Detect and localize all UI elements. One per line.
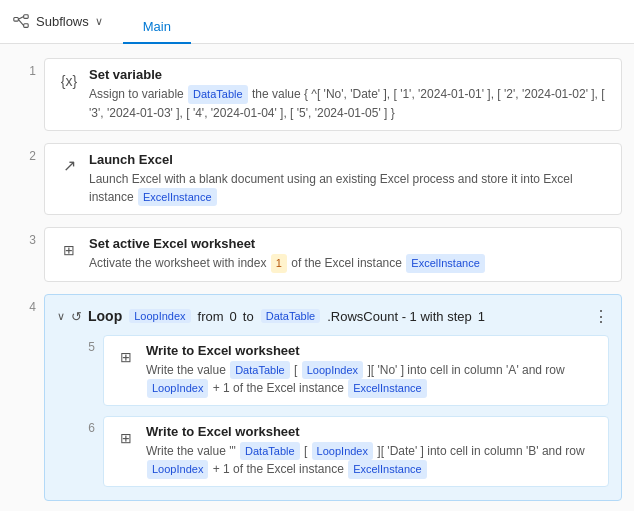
loop-step-row-6: 6 ⊞ Write to Excel worksheet Write the v… [45, 411, 621, 492]
set-variable-icon: {x} [57, 69, 81, 93]
step-row-2: 2 ↗ Launch Excel Launch Excel with a bla… [0, 137, 634, 222]
subflows-label: Subflows [36, 14, 89, 29]
badge-loopindex-5b: LoopIndex [147, 379, 208, 398]
badge-excel-instance-3: ExcelInstance [406, 254, 484, 273]
step-row-3: 3 ⊞ Set active Excel worksheet Activate … [0, 221, 634, 288]
badge-index-3: 1 [271, 254, 287, 273]
loop-step-text-5: Write to Excel worksheet Write the value… [146, 343, 598, 398]
loop-step-desc-6: Write the value '" DataTable [ LoopIndex… [146, 442, 598, 479]
step-row-1: 1 {x} Set variable Assign to variable Da… [0, 52, 634, 137]
step-number-4: 4 [8, 294, 36, 314]
refresh-icon: ↺ [71, 309, 82, 324]
badge-loopindex-header: LoopIndex [129, 309, 190, 323]
badge-excel-instance-5: ExcelInstance [348, 379, 426, 398]
step-number-2: 2 [8, 143, 36, 163]
end-row: 7 ⚑ End [0, 507, 634, 512]
loop-step-row-5: 5 ⊞ Write to Excel worksheet Write the v… [45, 330, 621, 411]
launch-excel-icon: ↗ [57, 154, 81, 178]
svg-rect-2 [24, 23, 29, 27]
badge-excel-instance-6: ExcelInstance [348, 460, 426, 479]
svg-line-4 [18, 19, 23, 25]
step-content-1[interactable]: {x} Set variable Assign to variable Data… [44, 58, 622, 131]
loop-step-inner-6: ⊞ Write to Excel worksheet Write the val… [114, 424, 598, 479]
loop-header: ∨ ↺ Loop LoopIndex from 0 to DataTable .… [45, 303, 621, 330]
to-label: to [243, 309, 254, 324]
tab-main[interactable]: Main [123, 11, 191, 44]
step-number-3: 3 [8, 227, 36, 247]
badge-datatable-1: DataTable [188, 85, 248, 104]
chevron-down-icon: ∨ [95, 15, 103, 28]
badge-loopindex-6b: LoopIndex [147, 460, 208, 479]
svg-rect-0 [14, 17, 18, 21]
loop-step-text-6: Write to Excel worksheet Write the value… [146, 424, 598, 479]
svg-rect-1 [24, 14, 29, 18]
step-title-1: Set variable [89, 67, 609, 82]
badge-datatable-loop: DataTable [261, 309, 321, 323]
tab-bar: Main [123, 0, 191, 44]
loop-dots-icon[interactable]: ⋮ [593, 307, 609, 326]
loop-keyword: Loop [88, 308, 122, 324]
loop-step-title-6: Write to Excel worksheet [146, 424, 598, 439]
loop-step-desc-5: Write the value DataTable [ LoopIndex ][… [146, 361, 598, 398]
canvas: 1 {x} Set variable Assign to variable Da… [0, 44, 634, 511]
write-excel-icon-5: ⊞ [114, 345, 138, 369]
set-worksheet-icon: ⊞ [57, 238, 81, 262]
loop-step-content-6[interactable]: ⊞ Write to Excel worksheet Write the val… [103, 416, 609, 487]
badge-datatable-6: DataTable [240, 442, 300, 461]
from-val: 0 [230, 309, 237, 324]
step-text-2: Launch Excel Launch Excel with a blank d… [89, 152, 609, 207]
write-excel-icon-6: ⊞ [114, 426, 138, 450]
from-label: from [198, 309, 224, 324]
step-row-4: 4 ∨ ↺ Loop LoopIndex from 0 to DataTable… [0, 288, 634, 507]
step-desc-2: Launch Excel with a blank document using… [89, 170, 609, 207]
svg-line-3 [18, 16, 23, 19]
step-content-2[interactable]: ↗ Launch Excel Launch Excel with a blank… [44, 143, 622, 216]
loop-step-number-5: 5 [75, 335, 95, 354]
step-inner-3: ⊞ Set active Excel worksheet Activate th… [57, 236, 609, 273]
step-title-3: Set active Excel worksheet [89, 236, 486, 251]
loop-container: ∨ ↺ Loop LoopIndex from 0 to DataTable .… [44, 294, 622, 501]
step-inner-2: ↗ Launch Excel Launch Excel with a blank… [57, 152, 609, 207]
step-inner-1: {x} Set variable Assign to variable Data… [57, 67, 609, 122]
step-desc-1: Assign to variable DataTable the value {… [89, 85, 609, 122]
badge-loopindex-6a: LoopIndex [312, 442, 373, 461]
loop-step-content-5[interactable]: ⊞ Write to Excel worksheet Write the val… [103, 335, 609, 406]
step-content-3[interactable]: ⊞ Set active Excel worksheet Activate th… [44, 227, 622, 282]
rowscount-text: .RowsCount - 1 with step [327, 309, 472, 324]
step-title-2: Launch Excel [89, 152, 609, 167]
badge-datatable-5: DataTable [230, 361, 290, 380]
badge-loopindex-5a: LoopIndex [302, 361, 363, 380]
step-text-3: Set active Excel worksheet Activate the … [89, 236, 486, 273]
top-bar: Subflows ∨ Main [0, 0, 634, 44]
loop-step-title-5: Write to Excel worksheet [146, 343, 598, 358]
loop-step-number-6: 6 [75, 416, 95, 435]
expand-icon[interactable]: ∨ [57, 310, 65, 323]
subflows-icon [12, 13, 30, 31]
subflows-button[interactable]: Subflows ∨ [12, 13, 103, 31]
step-number-1: 1 [8, 58, 36, 78]
badge-excel-instance-2: ExcelInstance [138, 188, 216, 207]
step-text-1: Set variable Assign to variable DataTabl… [89, 67, 609, 122]
step-val: 1 [478, 309, 485, 324]
step-desc-3: Activate the worksheet with index 1 of t… [89, 254, 486, 273]
loop-step-inner-5: ⊞ Write to Excel worksheet Write the val… [114, 343, 598, 398]
